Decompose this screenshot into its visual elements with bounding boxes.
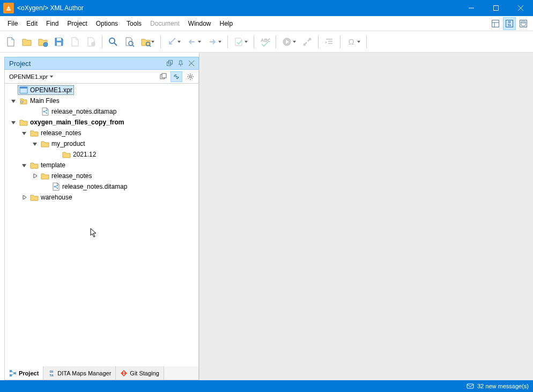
tree-label: release_notes (51, 172, 92, 180)
menu-find[interactable]: Find (42, 18, 63, 29)
svg-rect-36 (162, 73, 166, 78)
main-toolbar: ABC Ω (0, 31, 533, 53)
tree-row[interactable]: Main Files (5, 95, 198, 106)
symbol-button[interactable]: Ω (344, 34, 363, 49)
close-panel-icon[interactable] (187, 58, 196, 68)
editor-area (199, 53, 533, 380)
validate-button[interactable] (231, 34, 250, 49)
folder-icon (19, 118, 28, 127)
git-icon (120, 369, 128, 377)
menu-document: Document (146, 18, 184, 29)
menu-help[interactable]: Help (216, 18, 238, 29)
folder-icon (30, 193, 39, 202)
db-perspective-icon[interactable] (517, 17, 530, 30)
collapse-icon[interactable] (10, 98, 17, 104)
tab-label: DITA Maps Manager (57, 370, 111, 376)
folder-icon (30, 161, 39, 169)
window-title: <oXygen/> XML Author (17, 4, 84, 12)
print-button[interactable] (84, 34, 99, 49)
collapse-icon[interactable] (10, 119, 17, 125)
tree-row[interactable]: my_product (5, 138, 198, 149)
svg-text:ABC: ABC (261, 38, 270, 43)
maximize-button[interactable] (484, 0, 508, 16)
tree-row[interactable]: release_notes.ditamap (5, 106, 198, 117)
collapse-icon[interactable] (21, 130, 27, 136)
svg-line-21 (150, 45, 151, 47)
menu-edit[interactable]: Edit (22, 18, 42, 29)
search-button[interactable] (106, 34, 121, 49)
dita-perspective-icon[interactable]: DITA (503, 17, 516, 30)
forward-button[interactable] (205, 34, 224, 49)
project-panel: Project OPENME1.xpr OPENME1.xprMain File… (0, 53, 199, 380)
tree-row[interactable]: oxygen_main_files_copy_from (5, 117, 198, 128)
save-button[interactable] (51, 34, 66, 49)
tree-label: release_notes.ditamap (51, 108, 116, 115)
status-messages[interactable]: 32 new message(s) (477, 383, 529, 389)
menu-options[interactable]: Options (92, 18, 122, 29)
minimize-button[interactable] (459, 0, 484, 16)
menu-file[interactable]: File (3, 18, 22, 29)
expand-icon[interactable] (32, 173, 38, 179)
tree-label: template (41, 161, 65, 169)
tree-row[interactable]: warehouse (5, 192, 198, 203)
svg-point-15 (91, 42, 95, 46)
indent-button[interactable] (322, 34, 337, 49)
open-url-button[interactable] (35, 34, 50, 49)
tree-label: 2021.12 (73, 151, 96, 158)
svg-rect-46 (467, 384, 473, 388)
tab-label: Project (19, 370, 39, 376)
svg-point-25 (309, 38, 312, 40)
expand-icon[interactable] (21, 194, 27, 201)
spellcheck-button[interactable]: ABC (257, 34, 272, 49)
find-in-files-button[interactable] (122, 34, 137, 49)
back-button[interactable] (184, 34, 204, 49)
tree-row[interactable]: 2021.12 (5, 149, 198, 160)
configure-transform-button[interactable] (300, 34, 315, 49)
svg-rect-4 (492, 20, 499, 27)
tree-row[interactable]: release_notes (5, 171, 198, 181)
panel-tabs: ProjectDITADITA Maps ManagerGit Staging (4, 366, 199, 380)
menu-project[interactable]: Project (63, 18, 91, 29)
svg-point-37 (189, 76, 191, 78)
tree-row[interactable]: release_notes.ditamap (5, 181, 198, 192)
project-tree[interactable]: OPENME1.xprMain Filesrelease_notes.ditam… (4, 84, 199, 366)
link-editor-button[interactable] (171, 71, 182, 82)
collapse-icon[interactable] (21, 162, 27, 168)
tab-project[interactable]: Project (5, 366, 43, 380)
restore-panel-icon[interactable] (165, 58, 175, 68)
tree-label: warehouse (41, 194, 72, 201)
tab-git-staging[interactable]: Git Staging (116, 366, 164, 380)
pin-panel-icon[interactable] (176, 58, 186, 68)
browse-button[interactable] (138, 34, 157, 49)
panel-settings-button[interactable] (184, 71, 196, 82)
svg-text:TA: TA (508, 24, 512, 27)
svg-rect-40 (14, 372, 16, 374)
scenario-button[interactable] (164, 34, 183, 49)
collapse-all-button[interactable] (158, 71, 169, 82)
tree-row[interactable]: template (5, 160, 198, 171)
new-file-button[interactable] (3, 34, 18, 49)
tree-row[interactable]: OPENME1.xpr (5, 85, 198, 95)
status-bar: 32 new message(s) (0, 380, 533, 392)
svg-text:Ω: Ω (348, 37, 354, 46)
collapse-icon[interactable] (32, 140, 38, 147)
menu-window[interactable]: Window (184, 18, 216, 29)
message-icon[interactable] (467, 382, 474, 390)
folder-icon (41, 172, 49, 180)
project-panel-header: Project (4, 57, 199, 70)
perspective-layout-icon[interactable] (489, 17, 502, 30)
menu-tools[interactable]: Tools (122, 18, 146, 29)
tree-row[interactable]: release_notes (5, 128, 198, 138)
transform-button[interactable] (279, 34, 299, 49)
tab-dita-maps-manager[interactable]: DITADITA Maps Manager (43, 366, 116, 380)
app-icon (3, 3, 14, 13)
folder-icon (41, 139, 49, 148)
tree-icon (9, 369, 17, 377)
save-all-button[interactable] (68, 34, 83, 49)
open-file-button[interactable] (19, 34, 34, 49)
title-bar: <oXygen/> XML Author (0, 0, 533, 16)
tree-label: Main Files (30, 97, 60, 105)
close-button[interactable] (508, 0, 533, 16)
project-selector[interactable]: OPENME1.xpr (7, 72, 55, 81)
svg-rect-38 (10, 370, 12, 372)
